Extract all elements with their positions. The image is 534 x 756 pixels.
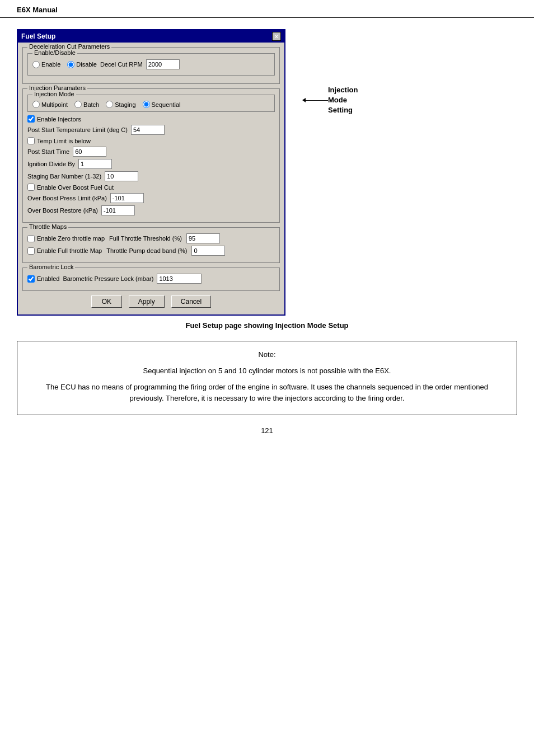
- annotation-text: Injection Mode Setting: [328, 85, 358, 116]
- post-start-time-input[interactable]: [73, 147, 106, 157]
- disable-label: Disable: [76, 61, 97, 68]
- note-title: Note:: [29, 349, 505, 361]
- throttle-maps-content: Enable Zero throttle map Full Throttle T…: [27, 233, 275, 256]
- staging-radio[interactable]: [106, 101, 113, 108]
- batch-radio-label[interactable]: Batch: [74, 101, 99, 108]
- injection-mode-radio-group: Multipoint Batch Staging: [32, 101, 270, 108]
- annotation-line1: Injection: [328, 85, 358, 95]
- enable-full-label[interactable]: Enable Full throttle Map: [27, 247, 102, 255]
- boost-cut-checkbox[interactable]: [27, 184, 35, 191]
- enable-zero-label[interactable]: Enable Zero throttle map: [27, 235, 105, 242]
- note-paragraph2: The ECU has no means of programming the …: [29, 382, 505, 405]
- fuel-setup-dialog: Fuel Setup × Decelelration Cut Parameter…: [17, 29, 285, 316]
- dialog-title: Fuel Setup: [21, 32, 55, 40]
- staging-bar-row: Staging Bar Number (1-32): [27, 171, 275, 181]
- batch-radio[interactable]: [74, 101, 82, 108]
- boost-cut-label[interactable]: Enable Over Boost Fuel Cut: [27, 184, 114, 191]
- baro-enabled-checkbox[interactable]: [27, 275, 35, 283]
- baro-enabled-text: Enabled: [37, 275, 59, 282]
- enable-full-checkbox[interactable]: [27, 247, 35, 255]
- over-boost-press-row: Over Boost Press Limit (kPa): [27, 193, 275, 203]
- staging-bar-input[interactable]: [105, 171, 138, 181]
- close-button[interactable]: ×: [272, 32, 281, 41]
- full-throttle-threshold-label: Full Throttle Threshold (%): [109, 235, 182, 242]
- note-paragraph1: Sequential injection on 5 and 10 cylinde…: [29, 365, 505, 377]
- barometric-lock-group: Barometric Lock Enabled Barometric Press…: [22, 267, 280, 291]
- ignition-divide-row: Ignition Divide By: [27, 159, 275, 169]
- over-boost-restore-input[interactable]: [101, 205, 135, 215]
- enable-injectors-text: Enable Injectors: [37, 116, 81, 123]
- enable-zero-checkbox[interactable]: [27, 235, 35, 242]
- decel-rpm-input[interactable]: [146, 59, 180, 69]
- temp-limit-row: Temp Limit is below: [27, 137, 275, 144]
- throttle-pump-dead-band-input[interactable]: [191, 246, 225, 256]
- sequential-radio[interactable]: [143, 101, 150, 108]
- annotation-box: Injection Mode Setting: [302, 85, 358, 116]
- button-row: OK Apply Cancel: [22, 295, 280, 310]
- barometric-lock-content: Enabled Barometric Pressure Lock (mbar): [27, 274, 275, 284]
- enable-disable-content: Enable Disable Decel Cut RPM: [32, 59, 270, 69]
- temp-limit-label[interactable]: Temp Limit is below: [27, 137, 91, 144]
- enable-disable-row: Enable Disable Decel Cut RPM: [32, 59, 270, 69]
- staging-bar-label: Staging Bar Number (1-32): [27, 173, 101, 180]
- page-number: 121: [17, 426, 517, 435]
- sequential-radio-label[interactable]: Sequential: [143, 101, 181, 108]
- over-boost-press-label: Over Boost Press Limit (kPa): [27, 195, 107, 201]
- throttle-row-1: Enable Zero throttle map Full Throttle T…: [27, 233, 275, 243]
- injection-mode-group: Injection Mode Multipoint Bat: [27, 95, 275, 112]
- deceleration-group: Decelelration Cut Parameters Enable/Disa…: [22, 47, 280, 84]
- post-start-temp-label: Post Start Temperature Limit (deg C): [27, 126, 128, 133]
- full-throttle-threshold-input[interactable]: [186, 233, 220, 243]
- decel-rpm-label: Decel Cut RPM: [100, 61, 143, 68]
- ignition-divide-input[interactable]: [78, 159, 112, 169]
- dialog-body: Decelelration Cut Parameters Enable/Disa…: [18, 43, 284, 314]
- enable-injectors-label[interactable]: Enable Injectors: [27, 115, 81, 123]
- multipoint-radio-label[interactable]: Multipoint: [32, 101, 68, 108]
- injection-content: Injection Mode Multipoint Bat: [27, 95, 275, 215]
- over-boost-press-input[interactable]: [110, 193, 144, 203]
- injection-mode-content: Multipoint Batch Staging: [32, 101, 270, 108]
- baro-pressure-label: Barometric Pressure Lock (mbar): [63, 275, 153, 282]
- boost-cut-text: Enable Over Boost Fuel Cut: [37, 184, 114, 191]
- apply-button[interactable]: Apply: [129, 295, 165, 308]
- manual-title: E6X Manual: [17, 6, 58, 14]
- temp-limit-text: Temp Limit is below: [37, 138, 91, 144]
- baro-pressure-input[interactable]: [157, 274, 202, 284]
- enable-radio-label[interactable]: Enable: [32, 61, 60, 68]
- enable-disable-radio-group: Enable Disable: [32, 61, 97, 68]
- batch-label: Batch: [83, 101, 99, 108]
- dialog-wrapper: Fuel Setup × Decelelration Cut Parameter…: [17, 29, 517, 316]
- injection-mode-title: Injection Mode: [32, 91, 76, 97]
- deceleration-content: Enable/Disable Enable: [27, 53, 275, 76]
- throttle-row-2: Enable Full throttle Map Throttle Pump d…: [27, 246, 275, 256]
- temp-limit-checkbox[interactable]: [27, 137, 35, 144]
- enable-zero-text: Enable Zero throttle map: [37, 235, 105, 242]
- post-start-temp-input[interactable]: [131, 125, 165, 135]
- throttle-pump-dead-band-label: Throttle Pump dead band (%): [106, 247, 187, 254]
- baro-enabled-label[interactable]: Enabled: [27, 275, 59, 283]
- enable-injectors-checkbox[interactable]: [27, 115, 35, 123]
- enable-label: Enable: [41, 61, 60, 68]
- post-start-temp-row: Post Start Temperature Limit (deg C): [27, 125, 275, 135]
- annotation-line: [306, 100, 328, 101]
- page-header: E6X Manual: [0, 0, 534, 17]
- note-box: Note: Sequential injection on 5 and 10 c…: [17, 341, 517, 415]
- enable-radio[interactable]: [32, 61, 40, 68]
- enable-disable-title: Enable/Disable: [32, 49, 77, 56]
- enable-disable-group: Enable/Disable Enable: [27, 53, 275, 76]
- cancel-button[interactable]: Cancel: [171, 295, 211, 308]
- disable-radio[interactable]: [67, 61, 74, 68]
- staging-label: Staging: [115, 101, 135, 108]
- barometric-lock-title: Barometric Lock: [27, 264, 75, 270]
- sequential-label: Sequential: [152, 101, 181, 108]
- dialog-caption: Fuel Setup page showing Injection Mode S…: [17, 321, 517, 330]
- throttle-maps-group: Throttle Maps Enable Zero throttle map F…: [22, 227, 280, 263]
- multipoint-label: Multipoint: [41, 101, 68, 108]
- post-start-time-row: Post Start Time: [27, 147, 275, 157]
- staging-radio-label[interactable]: Staging: [106, 101, 135, 108]
- ok-button[interactable]: OK: [91, 295, 122, 308]
- over-boost-restore-label: Over Boost Restore (kPa): [27, 207, 98, 214]
- over-boost-restore-row: Over Boost Restore (kPa): [27, 205, 275, 215]
- multipoint-radio[interactable]: [32, 101, 40, 108]
- disable-radio-label[interactable]: Disable: [67, 61, 97, 68]
